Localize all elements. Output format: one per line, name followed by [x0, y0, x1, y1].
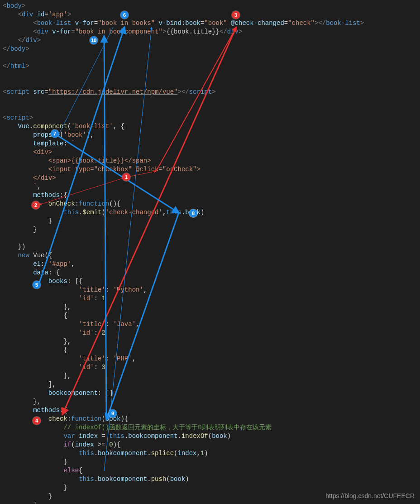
annotation-badge-3: 3 [232, 11, 240, 19]
code-editor: <body> <div id='app'> <book-list v-for="… [0, 0, 420, 504]
watermark-text: https://blog.csdn.net/CUFEECR [325, 492, 415, 499]
annotation-badge-10: 10 [90, 36, 98, 44]
annotation-badge-1: 1 [122, 173, 130, 181]
annotation-badge-7: 7 [51, 130, 59, 138]
annotation-badge-4: 4 [33, 417, 41, 425]
annotation-badge-9: 9 [109, 409, 117, 418]
annotation-badge-2: 2 [32, 201, 40, 209]
annotation-badge-6: 6 [120, 11, 129, 19]
annotation-badge-5: 5 [33, 281, 41, 289]
annotation-badge-8: 8 [189, 209, 197, 217]
